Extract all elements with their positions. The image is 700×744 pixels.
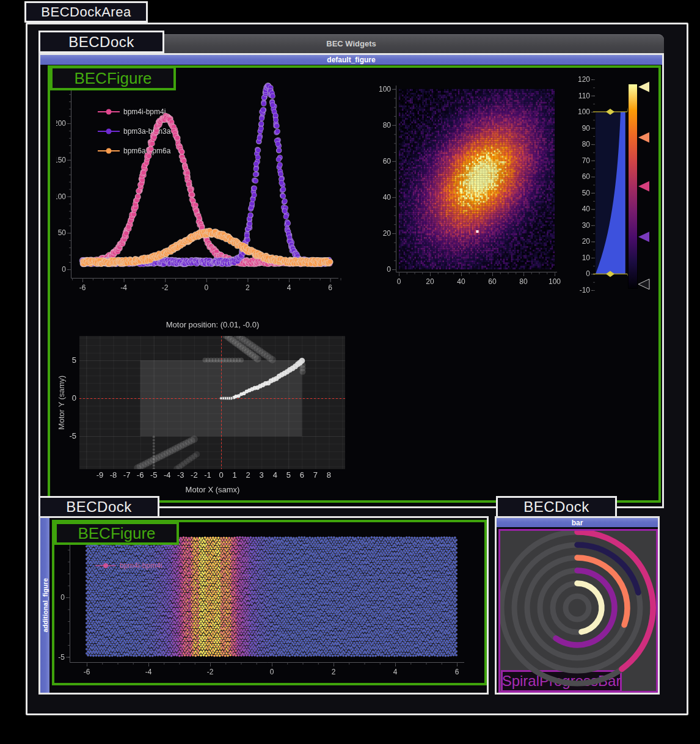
dock1-title-bar[interactable]: default_figure (40, 55, 662, 65)
dock2-title-bar[interactable]: additional_figure (40, 518, 49, 693)
dock1-label: BECDock (38, 31, 164, 53)
dock2-label-text: BECDock (66, 498, 132, 516)
spiral-widget-label: SpiralProgressBar (501, 670, 622, 692)
dock2-label: BECDock (38, 496, 159, 518)
motor-map-plot[interactable] (58, 319, 363, 502)
dock1-tab-title: BEC Widgets (326, 39, 376, 48)
dock3-title-text: bar (572, 519, 583, 527)
dock1-title-text: default_figure (327, 56, 375, 64)
waveform-plot[interactable] (56, 72, 348, 299)
scan-scatter-plot[interactable] (56, 533, 484, 680)
figure1-label-text: BECFigure (74, 69, 151, 88)
figure1-label: BECFigure (50, 66, 176, 90)
dock-area-label-text: BECDockArea (41, 4, 131, 20)
dock3-label-text: BECDock (523, 498, 589, 516)
histogram-lut[interactable] (571, 70, 657, 299)
dock3-title-bar[interactable]: bar (497, 518, 658, 527)
dock1-label-text: BECDock (68, 34, 134, 51)
figure2-label-text: BECFigure (78, 524, 155, 543)
dock2-title-text: additional_figure (42, 578, 49, 633)
dock3-label: BECDock (496, 496, 617, 518)
spiral-widget-label-text: SpiralProgressBar (502, 673, 621, 690)
image-plot[interactable] (374, 79, 575, 293)
dock-area-label: BECDockArea (24, 1, 148, 23)
figure2-label: BECFigure (54, 522, 179, 545)
desktop: { "ui": { "dock_area_label": "BECDockAre… (0, 0, 700, 744)
spiral-widget-frame (498, 529, 658, 693)
